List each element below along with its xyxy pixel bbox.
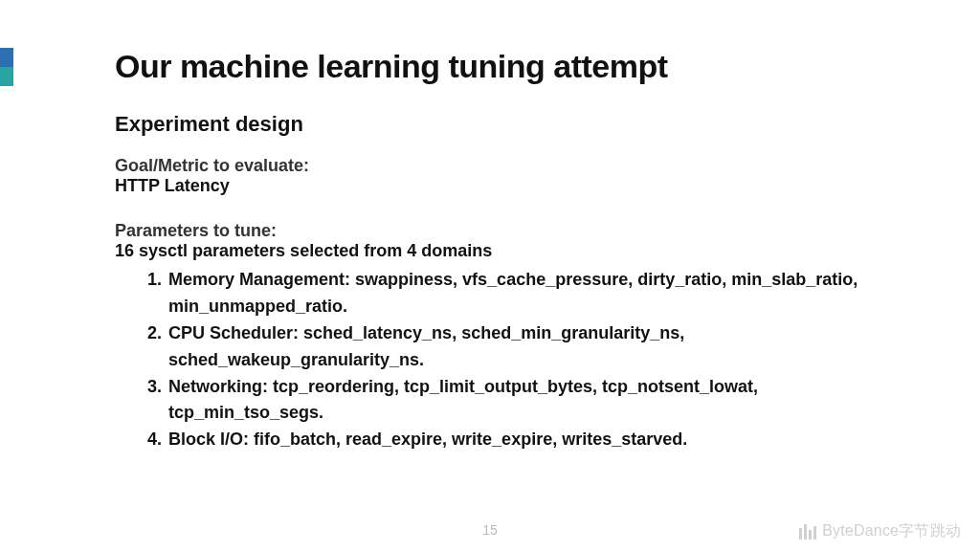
domain-name: Networking (168, 377, 262, 396)
accent-bar (0, 48, 13, 86)
goal-value: HTTP Latency (115, 176, 903, 196)
svg-rect-0 (799, 528, 802, 540)
brand-bars-icon (799, 524, 816, 540)
page-title: Our machine learning tuning attempt (115, 48, 903, 85)
svg-rect-2 (809, 530, 812, 540)
domain-params: fifo_batch, read_expire, write_expire, w… (254, 430, 687, 449)
goal-label: Goal/Metric to evaluate: (115, 156, 903, 176)
slide: Our machine learning tuning attempt Expe… (0, 0, 980, 551)
params-label: Parameters to tune: (115, 221, 903, 241)
list-item: Block I/O: fifo_batch, read_expire, writ… (167, 427, 903, 453)
domain-name: Memory Management (168, 270, 345, 289)
slide-content: Our machine learning tuning attempt Expe… (115, 48, 903, 453)
domain-list: Memory Management: swappiness, vfs_cache… (115, 267, 903, 453)
subtitle: Experiment design (115, 112, 903, 137)
svg-rect-1 (804, 524, 807, 540)
list-item: CPU Scheduler: sched_latency_ns, sched_m… (167, 320, 903, 374)
accent-bottom (0, 67, 13, 86)
domain-name: Block I/O (168, 430, 243, 449)
params-summary: 16 sysctl parameters selected from 4 dom… (115, 241, 903, 261)
brand-text: ByteDance字节跳动 (822, 521, 961, 541)
accent-top (0, 48, 13, 67)
list-item: Networking: tcp_reordering, tcp_limit_ou… (167, 374, 903, 428)
domain-name: CPU Scheduler (168, 323, 293, 342)
list-item: Memory Management: swappiness, vfs_cache… (167, 267, 903, 320)
svg-rect-3 (813, 526, 816, 540)
brand-footer: ByteDance字节跳动 (799, 521, 961, 541)
